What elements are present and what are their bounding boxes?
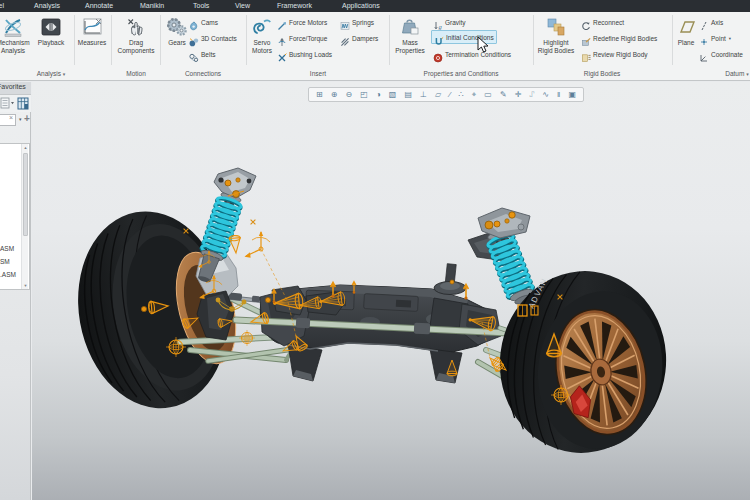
tab-manikin[interactable]: Manikin bbox=[140, 0, 164, 12]
tab-annotate[interactable]: Annotate bbox=[85, 0, 113, 12]
tree-item-asm-1[interactable]: ASM bbox=[0, 245, 14, 252]
joint-marker-dot[interactable] bbox=[450, 280, 454, 284]
drag-components-label: Drag Components bbox=[118, 39, 155, 54]
point-dropdown-icon: ▾ bbox=[729, 36, 731, 41]
joint-marker-xmark[interactable] bbox=[251, 220, 256, 225]
dampers-button[interactable]: Dampers bbox=[340, 31, 378, 45]
servo-motors-label: Servo Motors bbox=[252, 39, 272, 54]
tree-item-asm-3[interactable]: .ASM bbox=[0, 271, 16, 278]
dampers-icon bbox=[340, 33, 350, 43]
tree-filter-input[interactable] bbox=[0, 114, 16, 126]
point-display-icon[interactable]: ∴ bbox=[459, 88, 464, 101]
annotation-display-icon[interactable]: ✎ bbox=[500, 88, 507, 101]
joints-display-icon[interactable]: ⑀ bbox=[529, 88, 534, 101]
joint-marker-uarrow[interactable] bbox=[464, 285, 469, 300]
measures-icon bbox=[81, 16, 103, 38]
coordinate-icon bbox=[699, 49, 709, 59]
mass-properties-button[interactable]: Mass Properties bbox=[385, 14, 435, 66]
clear-filter-icon[interactable]: × bbox=[9, 114, 13, 121]
termination-conditions-button[interactable]: Termination Conditions bbox=[433, 47, 511, 61]
tab-model[interactable]: Model bbox=[0, 0, 4, 12]
axis-button[interactable]: Axis bbox=[699, 15, 723, 29]
tab-tools[interactable]: Tools bbox=[193, 0, 209, 12]
shading-icon[interactable]: ◑ bbox=[376, 88, 381, 101]
group-label-properties: Properties and Conditions bbox=[424, 68, 499, 79]
gravity-button[interactable]: g Gravity bbox=[433, 15, 466, 29]
belts-button[interactable]: Belts bbox=[189, 47, 215, 61]
ribbon-tab-bar: Model Analysis Annotate Manikin Tools Vi… bbox=[0, 0, 750, 12]
display-style-icon[interactable]: ▧ bbox=[389, 88, 397, 101]
ribbon: Mechanism Analysis Playback Measures Ana… bbox=[0, 12, 750, 81]
review-rigid-body-label: Review Rigid Body bbox=[593, 51, 648, 58]
scroll-up-icon[interactable]: ▲ bbox=[22, 145, 29, 150]
cams-button[interactable]: Cams bbox=[189, 15, 218, 29]
spin-center-icon[interactable]: ✛ bbox=[515, 88, 522, 101]
scrollbar-thumb[interactable] bbox=[23, 153, 28, 236]
group-label-datum: Datum ▾ bbox=[725, 68, 748, 79]
pause-icon[interactable]: ‖ bbox=[557, 88, 560, 101]
joint-marker-dot[interactable] bbox=[265, 297, 270, 302]
joint-marker-globe[interactable] bbox=[239, 330, 255, 346]
tree-item-asm-2[interactable]: SM bbox=[0, 258, 10, 265]
cams-icon bbox=[189, 17, 199, 27]
motors-display-icon[interactable]: ∿ bbox=[542, 88, 549, 101]
point-label: Point bbox=[711, 35, 726, 42]
datum-display-icon[interactable]: ▱ bbox=[435, 88, 441, 101]
navigator-favorites-tab[interactable]: Favorites bbox=[0, 82, 31, 95]
gravity-icon: g bbox=[433, 17, 443, 27]
bushing-loads-button[interactable]: Bushing Loads bbox=[277, 47, 332, 61]
measures-label: Measures bbox=[78, 39, 107, 47]
saved-orientations-icon[interactable]: ▤ bbox=[404, 88, 412, 101]
refit-icon[interactable]: ⊞ bbox=[316, 88, 323, 101]
axis-label: Axis bbox=[711, 19, 723, 26]
mass-properties-label: Mass Properties bbox=[395, 39, 425, 54]
filter-dropdown-icon[interactable]: ▾ bbox=[19, 116, 22, 122]
graphics-canvas[interactable]: ADVAN bbox=[32, 82, 750, 500]
zoom-out-icon[interactable]: ⊖ bbox=[346, 88, 353, 101]
joint-marker-csys[interactable] bbox=[245, 231, 271, 258]
contacts-3d-button[interactable]: 3D Contacts bbox=[189, 31, 237, 45]
group-label-insert: Insert bbox=[310, 68, 326, 79]
coordinate-button[interactable]: Coordinate bbox=[699, 47, 743, 61]
tree-scrollbar[interactable]: ▲ ▼ bbox=[21, 144, 28, 289]
point-icon bbox=[699, 33, 709, 43]
point-button[interactable]: Point ▾ bbox=[699, 31, 731, 45]
redefine-rigid-bodies-icon bbox=[581, 33, 591, 43]
tab-analysis[interactable]: Analysis bbox=[34, 0, 60, 12]
scroll-down-icon[interactable]: ▼ bbox=[22, 283, 29, 288]
highlight-rigid-bodies-icon bbox=[545, 16, 567, 38]
redefine-rigid-bodies-button[interactable]: Redefine Rigid Bodies bbox=[581, 31, 657, 45]
drag-components-icon bbox=[125, 16, 147, 38]
review-rigid-body-button[interactable]: Review Rigid Body bbox=[581, 47, 648, 61]
group-label-analysis[interactable]: Analysis ▾ bbox=[37, 68, 66, 79]
redefine-rigid-bodies-label: Redefine Rigid Bodies bbox=[593, 35, 657, 42]
zoom-in-icon[interactable]: ⊕ bbox=[331, 88, 338, 101]
suspension-model: ADVAN bbox=[32, 82, 750, 500]
csys-display-icon[interactable]: ⌖ bbox=[472, 88, 477, 101]
repaint-icon[interactable]: ◰ bbox=[360, 88, 368, 101]
axis-display-icon[interactable]: ⁄ bbox=[449, 88, 450, 101]
highlight-rigid-bodies-label: Highlight Rigid Bodies bbox=[538, 39, 575, 54]
force-motors-button[interactable]: Force Motors bbox=[277, 15, 327, 29]
force-motors-icon bbox=[277, 17, 287, 27]
axis-icon bbox=[699, 17, 709, 27]
force-torque-button[interactable]: Force/Torque bbox=[277, 31, 327, 45]
joint-marker-dot[interactable] bbox=[141, 306, 146, 311]
group-label-connections: Connections bbox=[185, 68, 221, 79]
add-favorite-button[interactable]: + bbox=[24, 113, 30, 124]
group-datum-dropdown-icon: ▾ bbox=[746, 71, 749, 77]
tree-settings-icon[interactable] bbox=[1, 98, 14, 108]
view-normal-icon[interactable]: ⊥ bbox=[420, 88, 427, 101]
tab-view[interactable]: View bbox=[235, 0, 250, 12]
belts-icon bbox=[189, 49, 199, 59]
snapshot-icon[interactable]: ▣ bbox=[568, 88, 576, 101]
highlight-rigid-bodies-button[interactable]: Highlight Rigid Bodies bbox=[531, 14, 581, 66]
reconnect-button[interactable]: Reconnect bbox=[581, 15, 624, 29]
model-tree: ASM SM .ASM ▲ ▼ bbox=[0, 143, 30, 290]
tab-applications[interactable]: Applications bbox=[342, 0, 380, 12]
favorites-tab-label: Favorites bbox=[0, 83, 26, 90]
tab-framework[interactable]: Framework bbox=[277, 0, 312, 12]
plane-display-icon[interactable]: ▭ bbox=[484, 88, 492, 101]
springs-button[interactable]: Springs bbox=[340, 15, 374, 29]
model-tree-columns-icon[interactable] bbox=[18, 98, 28, 109]
